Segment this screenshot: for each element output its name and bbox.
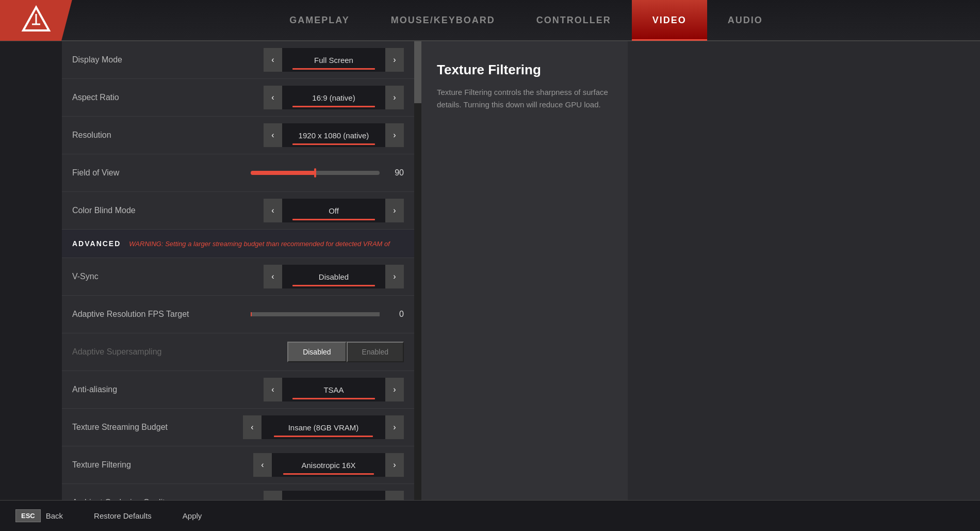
anti-aliasing-control: ‹ TSAA › <box>227 378 404 401</box>
adaptive-supersampling-disabled[interactable]: Disabled <box>287 342 346 362</box>
fov-slider-control: 90 <box>227 168 404 178</box>
adaptive-res-fill <box>251 312 252 316</box>
texture-streaming-value: Insane (8GB VRAM) <box>262 415 385 439</box>
scrollbar[interactable] <box>414 41 421 531</box>
adaptive-supersampling-enabled[interactable]: Enabled <box>347 342 404 362</box>
tab-controller[interactable]: CONTROLLER <box>516 0 632 41</box>
vsync-control: ‹ Disabled › <box>227 265 404 288</box>
texture-streaming-row: Texture Streaming Budget ‹ Insane (8GB V… <box>62 409 414 446</box>
color-blind-dropdown: ‹ Off › <box>264 199 404 222</box>
adaptive-res-control: 0 <box>227 310 404 319</box>
display-mode-prev[interactable]: ‹ <box>264 48 282 72</box>
fov-slider-thumb <box>314 168 316 178</box>
adaptive-supersampling-row: Adaptive Supersampling Disabled Enabled <box>62 333 414 371</box>
display-mode-value: Full Screen <box>282 48 385 72</box>
anti-aliasing-next[interactable]: › <box>385 378 404 401</box>
apply-label: Apply <box>183 511 202 520</box>
fov-control: 90 <box>227 168 404 178</box>
aspect-ratio-next[interactable]: › <box>385 86 404 109</box>
aspect-ratio-dropdown: ‹ 16:9 (native) › <box>264 86 404 109</box>
advanced-header: ADVANCED WARNING: Setting a larger strea… <box>62 230 414 258</box>
display-mode-next[interactable]: › <box>385 48 404 72</box>
tab-mouse-keyboard[interactable]: MOUSE/KEYBOARD <box>370 0 516 41</box>
texture-filtering-next[interactable]: › <box>385 453 404 477</box>
vsync-bar <box>292 285 375 286</box>
vsync-row: V-Sync ‹ Disabled › <box>62 258 414 296</box>
nav-tabs: GAMEPLAY MOUSE/KEYBOARD CONTROLLER VIDEO… <box>72 0 980 40</box>
resolution-control: ‹ 1920 x 1080 (native) › <box>227 123 404 147</box>
fov-slider-fill <box>251 171 315 175</box>
texture-streaming-dropdown: ‹ Insane (8GB VRAM) › <box>243 415 404 439</box>
adaptive-supersampling-toggle: Disabled Enabled <box>287 342 404 362</box>
resolution-bar <box>292 143 375 145</box>
adaptive-supersampling-label: Adaptive Supersampling <box>72 347 227 357</box>
resolution-prev[interactable]: ‹ <box>264 123 282 147</box>
tab-video[interactable]: VIDEO <box>632 0 707 41</box>
esc-key: ESC <box>15 509 41 522</box>
tab-audio[interactable]: AUDIO <box>707 0 783 41</box>
settings-panel: Display Mode ‹ Full Screen › Aspect Rati… <box>62 41 414 531</box>
resolution-row: Resolution ‹ 1920 x 1080 (native) › <box>62 117 414 154</box>
scrollbar-thumb[interactable] <box>414 41 421 103</box>
adaptive-res-row: Adaptive Resolution FPS Target 0 <box>62 296 414 333</box>
anti-aliasing-label: Anti-aliasing <box>72 385 227 394</box>
back-label: Back <box>46 511 63 520</box>
display-mode-row: Display Mode ‹ Full Screen › <box>62 41 414 79</box>
advanced-warning: WARNING: Setting a larger streaming budg… <box>129 240 390 248</box>
texture-streaming-next[interactable]: › <box>385 415 404 439</box>
fov-label: Field of View <box>72 168 227 178</box>
vsync-next[interactable]: › <box>385 265 404 288</box>
fov-slider-track[interactable] <box>251 171 380 175</box>
aspect-ratio-control: ‹ 16:9 (native) › <box>227 86 404 109</box>
info-description: Texture Filtering controls the sharpness… <box>437 86 612 111</box>
apply-button[interactable]: Apply <box>183 511 202 520</box>
apex-logo-icon <box>21 5 52 36</box>
aspect-ratio-row: Aspect Ratio ‹ 16:9 (native) › <box>62 79 414 117</box>
vsync-value: Disabled <box>282 265 385 288</box>
color-blind-row: Color Blind Mode ‹ Off › <box>62 192 414 230</box>
aspect-ratio-value: 16:9 (native) <box>282 86 385 109</box>
restore-label: Restore Defaults <box>94 511 152 520</box>
display-mode-bar <box>292 68 375 70</box>
anti-aliasing-value: TSAA <box>282 378 385 401</box>
fov-row: Field of View 90 <box>62 154 414 192</box>
anti-aliasing-prev[interactable]: ‹ <box>264 378 282 401</box>
vsync-dropdown: ‹ Disabled › <box>264 265 404 288</box>
adaptive-res-slider: 0 <box>227 310 404 319</box>
color-blind-label: Color Blind Mode <box>72 206 227 215</box>
texture-streaming-control: ‹ Insane (8GB VRAM) › <box>227 415 404 439</box>
restore-defaults-button[interactable]: Restore Defaults <box>94 511 152 520</box>
adaptive-res-track[interactable] <box>251 312 380 316</box>
advanced-label: ADVANCED <box>72 239 121 248</box>
texture-filtering-prev[interactable]: ‹ <box>253 453 272 477</box>
header: GAMEPLAY MOUSE/KEYBOARD CONTROLLER VIDEO… <box>0 0 980 41</box>
anti-aliasing-bar <box>292 398 375 399</box>
left-bg <box>0 41 62 531</box>
texture-streaming-prev[interactable]: ‹ <box>243 415 262 439</box>
texture-filtering-value: Anisotropic 16X <box>272 453 385 477</box>
color-blind-prev[interactable]: ‹ <box>264 199 282 222</box>
anti-aliasing-row: Anti-aliasing ‹ TSAA › <box>62 371 414 409</box>
aspect-ratio-label: Aspect Ratio <box>72 93 227 102</box>
display-mode-control: ‹ Full Screen › <box>227 48 404 72</box>
anti-aliasing-dropdown: ‹ TSAA › <box>264 378 404 401</box>
texture-streaming-label: Texture Streaming Budget <box>72 423 227 432</box>
adaptive-res-value: 0 <box>386 310 404 319</box>
logo <box>0 0 72 41</box>
resolution-next[interactable]: › <box>385 123 404 147</box>
resolution-value: 1920 x 1080 (native) <box>282 123 385 147</box>
color-blind-next[interactable]: › <box>385 199 404 222</box>
aspect-ratio-prev[interactable]: ‹ <box>264 86 282 109</box>
back-button[interactable]: ESC Back <box>15 509 63 522</box>
display-mode-dropdown: ‹ Full Screen › <box>264 48 404 72</box>
color-blind-bar <box>292 219 375 220</box>
adaptive-supersampling-control: Disabled Enabled <box>227 342 404 362</box>
display-mode-label: Display Mode <box>72 55 227 65</box>
vsync-label: V-Sync <box>72 272 227 281</box>
color-blind-control: ‹ Off › <box>227 199 404 222</box>
tab-gameplay[interactable]: GAMEPLAY <box>269 0 370 41</box>
right-spacer <box>628 41 980 531</box>
texture-filtering-dropdown: ‹ Anisotropic 16X › <box>253 453 404 477</box>
resolution-dropdown: ‹ 1920 x 1080 (native) › <box>264 123 404 147</box>
vsync-prev[interactable]: ‹ <box>264 265 282 288</box>
